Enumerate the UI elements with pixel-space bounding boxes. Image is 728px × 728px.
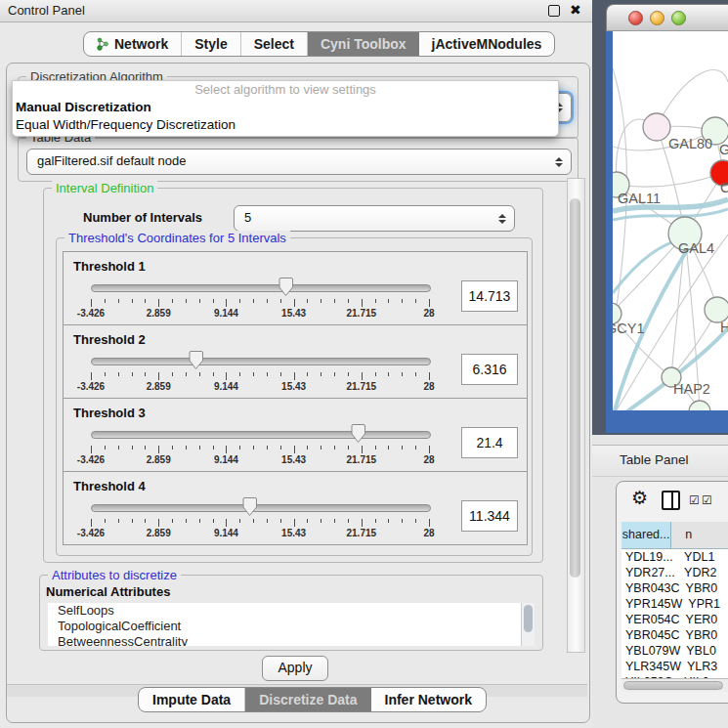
tick-mark: [132, 372, 133, 376]
tab-label: Network: [114, 36, 168, 52]
cell-name: YBR0: [680, 627, 728, 643]
attribute-item-selfloops[interactable]: SelfLoops: [48, 603, 535, 619]
tick-mark: [307, 519, 308, 523]
tick-mark: [239, 372, 240, 376]
thresholds-group: Threshold's Coordinates for 5 Intervals …: [56, 237, 533, 556]
cell-shared-name: YBR043C: [621, 580, 680, 596]
column-split-icon[interactable]: [662, 491, 680, 510]
threshold-panel: Threshold 1 -3.4262.8599.14415.4321.7152…: [63, 251, 528, 325]
close-panel-icon[interactable]: ✖: [570, 2, 581, 18]
tick-mark: [253, 446, 254, 450]
dropdown-option-manual-discretization[interactable]: Manual Discretization: [13, 99, 558, 116]
slider-thumb[interactable]: [278, 277, 293, 297]
tick-mark: [321, 446, 321, 450]
tab-style[interactable]: Style: [182, 32, 240, 56]
network-window-titlebar[interactable]: [606, 4, 728, 31]
table-row[interactable]: YPR145WYPR1: [621, 596, 728, 612]
interval-definition-title: Interval Definition: [52, 181, 157, 195]
threshold-label: Threshold 3: [73, 406, 146, 420]
tab-jactivemnodules[interactable]: jActiveMNodules: [419, 32, 555, 56]
tick-mark: [429, 446, 430, 453]
tick-mark: [348, 519, 349, 523]
tab-network[interactable]: Network: [84, 32, 182, 56]
table-horizontal-scrollbar[interactable]: [621, 678, 728, 692]
table-row[interactable]: YBR045CYBR0: [621, 627, 728, 643]
table-data-combobox[interactable]: galFiltered.sif default node: [26, 149, 572, 175]
slider-thumb[interactable]: [351, 423, 365, 444]
checkbox-icon[interactable]: ☑: [702, 493, 712, 507]
tick-mark: [105, 372, 106, 376]
tick-mark: [280, 446, 281, 450]
gear-icon[interactable]: ⚙: [631, 487, 648, 509]
table-row[interactable]: YDL19...YDL1: [621, 549, 728, 565]
bottom-tab-discretize-data[interactable]: Discretize Data: [245, 688, 370, 711]
tick-mark: [105, 519, 106, 523]
checkbox-icon[interactable]: ☑: [689, 493, 700, 507]
tick-label: 21.715: [347, 454, 377, 465]
cell-name: YLR3: [681, 659, 728, 674]
tab-label: Select: [254, 36, 294, 52]
number-of-intervals-spinner[interactable]: 5: [234, 205, 515, 232]
bottom-tab-infer-network[interactable]: Infer Network: [371, 688, 486, 711]
attribute-item-topologicalcoefficient[interactable]: TopologicalCoefficient: [48, 619, 535, 634]
tab-select[interactable]: Select: [241, 32, 308, 56]
tick-mark: [267, 519, 268, 523]
table-row[interactable]: YBR043CYBR0: [621, 580, 728, 596]
scrollbar-thumb[interactable]: [570, 198, 580, 578]
slider-thumb[interactable]: [242, 496, 257, 517]
attribute-item-betweennesscentrality[interactable]: BetweennessCentrality: [48, 634, 535, 646]
table-panel-header: Table Panel: [592, 445, 728, 477]
tick-mark: [388, 519, 389, 523]
threshold-value-field[interactable]: 11.344: [461, 500, 518, 532]
attributes-group-title: Attributes to discretize: [48, 568, 181, 582]
slider-track[interactable]: [91, 358, 431, 365]
slider-track[interactable]: [91, 504, 431, 512]
node-label-h: H: [720, 320, 728, 335]
tick-mark: [213, 519, 214, 523]
table-row[interactable]: YBL079WYBL0: [621, 643, 728, 659]
threshold-value-field[interactable]: 14.713: [461, 280, 518, 312]
column-header-shared-name[interactable]: shared...: [621, 522, 671, 548]
table-row[interactable]: YDR27...YDR2: [621, 565, 728, 580]
threshold-value-field[interactable]: 6.316: [461, 354, 518, 385]
cell-shared-name: YDL19...: [621, 549, 678, 565]
application-window: Control Panel ✖ NetworkStyleSelectCyni T…: [0, 0, 728, 728]
numerical-attributes-list[interactable]: SelfLoopsTopologicalCoefficientBetweenne…: [48, 603, 535, 646]
threshold-value-field[interactable]: 21.4: [461, 427, 518, 458]
table-row[interactable]: YER054CYER0: [621, 612, 728, 627]
tick-mark: [294, 519, 295, 527]
scrollbar-thumb[interactable]: [623, 681, 723, 690]
apply-button[interactable]: Apply: [262, 656, 328, 681]
network-node-node-bottom-partial[interactable]: [689, 401, 710, 410]
column-header-name[interactable]: n: [671, 522, 728, 548]
tick-mark: [158, 446, 159, 453]
slider-thumb[interactable]: [189, 350, 203, 370]
thresholds-group-title: Threshold's Coordinates for 5 Intervals: [64, 231, 290, 245]
control-panel-scrollbar[interactable]: [567, 178, 585, 653]
network-node-gal80[interactable]: [643, 113, 670, 141]
bottom-tabbar: Impute DataDiscretize DataInfer Network: [138, 687, 487, 712]
list-scrollbar[interactable]: [521, 603, 535, 646]
close-light[interactable]: [628, 11, 643, 25]
tab-cyni-toolbox[interactable]: Cyni Toolbox: [308, 32, 419, 56]
tick-mark: [321, 372, 321, 376]
tick-mark: [186, 446, 187, 450]
tick-mark: [267, 372, 268, 376]
tick-mark: [375, 519, 376, 523]
tick-mark: [105, 446, 106, 450]
tick-mark: [388, 299, 389, 303]
tick-label: -3.426: [77, 528, 105, 538]
threshold-panel: Threshold 3 -3.4262.8599.14415.4321.7152…: [63, 398, 528, 472]
dropdown-option-equal-width-frequency-discretization[interactable]: Equal Width/Frequency Discretization: [13, 116, 558, 134]
bottom-tab-impute-data[interactable]: Impute Data: [139, 688, 245, 711]
zoom-light[interactable]: [671, 11, 686, 25]
tick-mark: [362, 372, 363, 380]
tick-mark: [429, 372, 430, 380]
slider-track[interactable]: [91, 431, 431, 439]
minimize-light[interactable]: [650, 11, 664, 25]
tick-mark: [91, 299, 92, 307]
table-row[interactable]: YLR345WYLR3: [621, 659, 728, 674]
slider-track[interactable]: [91, 284, 431, 292]
tick-mark: [118, 446, 119, 450]
float-window-icon[interactable]: [548, 5, 560, 17]
